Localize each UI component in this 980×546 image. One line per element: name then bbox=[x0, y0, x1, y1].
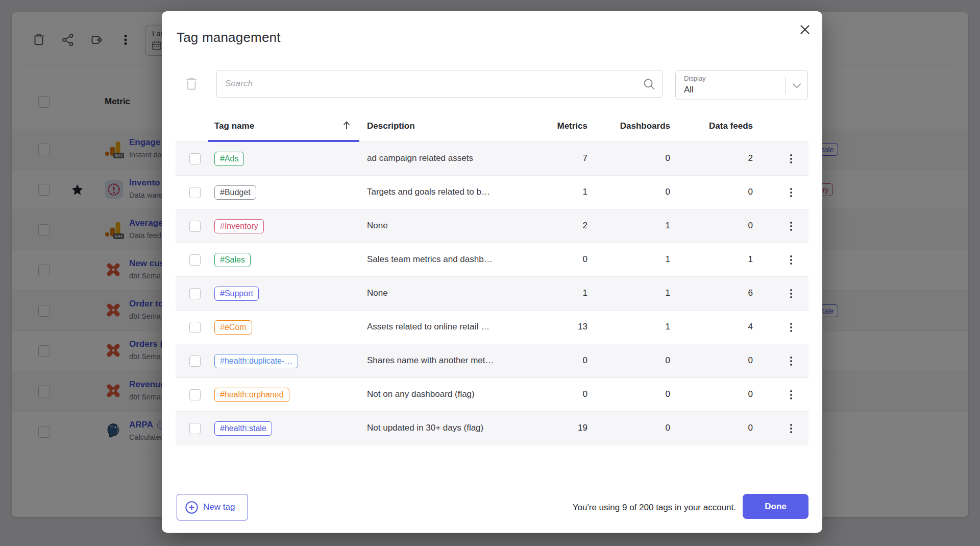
tag-dashboards-count: 1 bbox=[619, 254, 670, 265]
kebab-dot bbox=[790, 161, 793, 164]
display-filter-dropdown[interactable]: Display All bbox=[675, 70, 808, 100]
sort-ascending-icon bbox=[342, 121, 351, 130]
tag-row: #health:staleNot updated in 30+ days (fl… bbox=[176, 412, 808, 445]
tag-description: Targets and goals related to b… bbox=[367, 187, 490, 197]
column-data-feeds[interactable]: Data feeds bbox=[702, 121, 753, 131]
kebab-dot bbox=[790, 158, 793, 160]
row-checkbox[interactable] bbox=[189, 221, 201, 232]
tag-description: Assets related to online retail … bbox=[367, 322, 489, 332]
display-value: All bbox=[684, 85, 694, 95]
tag-dashboards-count: 1 bbox=[619, 322, 670, 332]
tag-datafeeds-count: 6 bbox=[702, 288, 753, 298]
row-checkbox[interactable] bbox=[189, 389, 201, 400]
tag-chip[interactable]: #health:orphaned bbox=[214, 388, 289, 402]
kebab-dot bbox=[790, 263, 793, 265]
tag-chip[interactable]: #health:stale bbox=[214, 421, 272, 436]
search-input[interactable] bbox=[225, 70, 633, 97]
tag-datafeeds-count: 0 bbox=[702, 221, 753, 231]
tag-row: #SalesSales team metrics and dashb…011 bbox=[176, 243, 808, 277]
kebab-dot bbox=[790, 192, 793, 194]
tag-row: #BudgetTargets and goals related to b…10… bbox=[176, 176, 808, 209]
tag-table-header: Tag name Description Metrics Dashboards … bbox=[176, 117, 808, 141]
row-menu-button[interactable] bbox=[784, 286, 798, 302]
row-checkbox[interactable] bbox=[189, 322, 201, 333]
row-menu-button[interactable] bbox=[784, 252, 798, 268]
close-button[interactable] bbox=[797, 21, 813, 38]
tag-metrics-count: 0 bbox=[536, 389, 587, 399]
tag-dashboards-count: 0 bbox=[619, 423, 670, 433]
search-icon bbox=[643, 78, 656, 91]
tag-management-dialog: Tag management Display All Tag name Desc… bbox=[162, 11, 822, 533]
tag-chip[interactable]: #Inventory bbox=[214, 219, 264, 233]
row-menu-button[interactable] bbox=[784, 319, 798, 336]
plus-circle-icon bbox=[185, 501, 198, 514]
row-menu-button[interactable] bbox=[784, 218, 798, 234]
tag-dashboards-count: 0 bbox=[619, 389, 670, 399]
row-menu-button[interactable] bbox=[784, 151, 798, 167]
row-menu-button[interactable] bbox=[784, 184, 798, 201]
tag-dashboards-count: 1 bbox=[619, 221, 670, 231]
new-tag-button[interactable]: New tag bbox=[177, 494, 248, 520]
tag-usage-text: You're using 9 of 200 tags in your accou… bbox=[573, 503, 736, 513]
kebab-dot bbox=[790, 195, 793, 198]
kebab-dot bbox=[790, 424, 793, 426]
row-menu-button[interactable] bbox=[784, 387, 798, 403]
tag-chip[interactable]: #Support bbox=[214, 287, 259, 301]
kebab-dot bbox=[790, 431, 793, 434]
kebab-dot bbox=[790, 222, 793, 224]
tag-dashboards-count: 0 bbox=[619, 153, 670, 163]
column-metrics[interactable]: Metrics bbox=[536, 121, 587, 131]
column-dashboards[interactable]: Dashboards bbox=[619, 121, 670, 131]
tag-chip[interactable]: #health:duplicate-… bbox=[214, 354, 298, 368]
column-tag-name[interactable]: Tag name bbox=[214, 121, 254, 131]
tag-chip[interactable]: #Ads bbox=[214, 152, 244, 166]
row-menu-button[interactable] bbox=[784, 353, 798, 369]
tag-description: Not updated in 30+ days (flag) bbox=[367, 423, 483, 433]
kebab-dot bbox=[790, 390, 793, 393]
column-description[interactable]: Description bbox=[367, 121, 415, 131]
tag-dashboards-count: 1 bbox=[619, 288, 670, 298]
row-checkbox[interactable] bbox=[189, 288, 201, 299]
delete-tags-button[interactable] bbox=[184, 76, 199, 92]
tag-chip[interactable]: #Sales bbox=[214, 253, 251, 267]
tag-metrics-count: 1 bbox=[536, 288, 587, 298]
tag-search-box bbox=[216, 70, 663, 98]
tag-row: #InventoryNone210 bbox=[176, 209, 808, 243]
close-icon bbox=[800, 25, 810, 35]
tag-row: #eComAssets related to online retail …13… bbox=[176, 311, 808, 344]
tag-datafeeds-count: 1 bbox=[702, 254, 753, 265]
tag-description: None bbox=[367, 221, 388, 231]
kebab-dot bbox=[790, 255, 793, 258]
kebab-dot bbox=[790, 330, 793, 333]
tag-chip[interactable]: #Budget bbox=[214, 185, 256, 200]
done-button[interactable]: Done bbox=[743, 494, 808, 519]
trash-icon bbox=[185, 77, 198, 91]
row-checkbox[interactable] bbox=[189, 187, 201, 198]
kebab-dot bbox=[790, 357, 793, 359]
row-checkbox[interactable] bbox=[189, 254, 201, 266]
dropdown-separator bbox=[785, 77, 786, 94]
tag-datafeeds-count: 0 bbox=[702, 423, 753, 433]
chevron-down-icon bbox=[791, 80, 803, 92]
tag-description: Sales team metrics and dashb… bbox=[367, 254, 493, 265]
kebab-dot bbox=[790, 188, 793, 191]
tag-row: #Adsad campaign related assets702 bbox=[176, 142, 808, 176]
tag-metrics-count: 0 bbox=[536, 355, 587, 366]
tag-datafeeds-count: 0 bbox=[702, 187, 753, 197]
row-checkbox[interactable] bbox=[189, 153, 201, 164]
row-menu-button[interactable] bbox=[784, 420, 798, 437]
tag-chip[interactable]: #eCom bbox=[214, 320, 252, 335]
tag-datafeeds-count: 4 bbox=[702, 322, 753, 332]
tag-metrics-count: 7 bbox=[536, 153, 587, 163]
kebab-dot bbox=[790, 225, 793, 228]
tag-datafeeds-count: 0 bbox=[702, 389, 753, 399]
tag-dashboards-count: 0 bbox=[619, 355, 670, 366]
kebab-dot bbox=[790, 259, 793, 262]
kebab-dot bbox=[790, 154, 793, 157]
tag-datafeeds-count: 0 bbox=[702, 355, 753, 366]
tag-row: #SupportNone116 bbox=[176, 277, 808, 311]
row-checkbox[interactable] bbox=[189, 423, 201, 434]
tag-metrics-count: 1 bbox=[536, 187, 587, 197]
kebab-dot bbox=[790, 229, 793, 231]
row-checkbox[interactable] bbox=[189, 355, 201, 367]
